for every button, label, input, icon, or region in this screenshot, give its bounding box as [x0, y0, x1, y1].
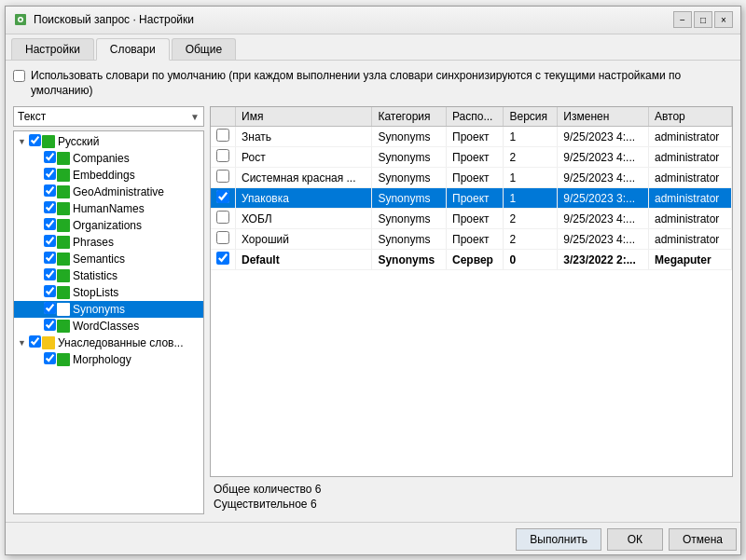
tree-check-inherited[interactable]: [29, 335, 41, 348]
summary-section: Общее количество 6 Существительное 6: [210, 477, 733, 514]
tree-label-phrases: Phrases: [73, 236, 114, 249]
tree-item-wordclasses[interactable]: WordClasses: [14, 318, 203, 335]
table-row[interactable]: ХорошийSynonymsПроект29/25/2023 4:...adm…: [211, 229, 732, 250]
row-category-0: Synonyms: [372, 127, 447, 147]
dictionaries-table-container: ИмяКатегорияРаспо...ВерсияИзмененАвтор З…: [210, 106, 733, 476]
execute-button[interactable]: Выполнить: [516, 528, 601, 551]
row-checkbox-0[interactable]: [216, 129, 229, 142]
col-header-6: Автор: [648, 107, 731, 127]
row-name-6: Default: [236, 250, 372, 270]
row-modified-2: 9/25/2023 4:...: [558, 168, 649, 188]
tree-item-semantics[interactable]: Semantics: [14, 251, 203, 267]
tree-check-statistics[interactable]: [44, 268, 56, 280]
book-icon: [57, 185, 70, 198]
tree-item-stoplists[interactable]: StopLists: [14, 284, 203, 301]
tree-item-statistics[interactable]: Statistics: [14, 267, 203, 284]
tree-item-embeddings[interactable]: Embeddings: [14, 167, 203, 184]
tree-item-companies[interactable]: Companies: [14, 150, 203, 167]
tree-item-humannames[interactable]: HumanNames: [14, 200, 203, 217]
dictionary-tree[interactable]: ▼РусскийCompaniesEmbeddingsGeoAdministra…: [13, 130, 204, 513]
row-checkbox-4[interactable]: [216, 211, 229, 224]
table-row[interactable]: Системная красная ...SynonymsПроект19/25…: [211, 168, 732, 188]
row-category-4: Synonyms: [372, 209, 447, 229]
table-row[interactable]: ЗнатьSynonymsПроект19/25/2023 4:...admin…: [211, 127, 732, 147]
tree-check-organizations[interactable]: [44, 218, 56, 230]
svg-point-2: [20, 19, 22, 21]
tree-check-wordclasses[interactable]: [44, 319, 56, 331]
tree-check-companies[interactable]: [44, 151, 56, 163]
noun-label: Существительное: [214, 498, 308, 511]
tree-label-geoadmin: GeoAdministrative: [73, 185, 164, 198]
content-area: Использовать словари по умолчанию (при к…: [6, 61, 740, 522]
tree-label-statistics: Statistics: [73, 269, 117, 282]
row-check-cell-5: [211, 229, 236, 250]
tree-item-phrases[interactable]: Phrases: [14, 234, 203, 251]
tree-item-organizations[interactable]: Organizations: [14, 217, 203, 234]
tree-label-companies: Companies: [73, 152, 130, 165]
ok-button[interactable]: ОК: [607, 528, 663, 551]
tab-dictionaries[interactable]: Словари: [96, 38, 170, 61]
tree-check-geoadmin[interactable]: [44, 184, 56, 197]
tree-item-morphology[interactable]: Morphology: [14, 351, 203, 368]
dictionaries-table: ИмяКатегорияРаспо...ВерсияИзмененАвтор З…: [211, 107, 732, 270]
tree-item-inherited[interactable]: ▼Унаследованные слов...: [14, 335, 203, 351]
row-checkbox-2[interactable]: [216, 170, 229, 183]
row-author-2: administrator: [648, 168, 731, 188]
tree-check-humannames[interactable]: [44, 201, 56, 213]
col-header-1: Имя: [236, 107, 372, 127]
book-icon: [57, 286, 70, 299]
col-header-4: Версия: [504, 107, 558, 127]
row-version-6: 0: [504, 250, 558, 270]
row-checkbox-6[interactable]: [216, 252, 229, 265]
table-row[interactable]: ХОБЛSynonymsПроект29/25/2023 4:...admini…: [211, 209, 732, 229]
row-name-1: Рост: [236, 147, 372, 168]
table-row[interactable]: РостSynonymsПроект29/25/2023 4:...admini…: [211, 147, 732, 168]
tree-check-embeddings[interactable]: [44, 168, 56, 180]
tree-check-semantics[interactable]: [44, 252, 56, 264]
footer: Выполнить ОК Отмена: [6, 522, 740, 554]
tree-item-synonyms[interactable]: Synonyms: [14, 301, 203, 318]
table-row[interactable]: DefaultSynonymsСервер03/23/2022 2:...Meg…: [211, 250, 732, 270]
tree-check-phrases[interactable]: [44, 235, 56, 247]
right-panel: ИмяКатегорияРаспо...ВерсияИзмененАвтор З…: [210, 106, 733, 513]
row-check-cell-4: [211, 209, 236, 229]
tab-settings[interactable]: Настройки: [11, 38, 94, 60]
row-author-1: administrator: [648, 147, 731, 168]
row-category-5: Synonyms: [372, 229, 447, 250]
cancel-button[interactable]: Отмена: [669, 528, 737, 551]
default-dicts-checkbox[interactable]: [13, 70, 25, 82]
row-name-5: Хороший: [236, 229, 372, 250]
tree-item-russian[interactable]: ▼Русский: [14, 133, 203, 150]
tree-check-synonyms[interactable]: [44, 302, 56, 314]
tree-check-russian[interactable]: [29, 134, 41, 146]
col-header-2: Категория: [372, 107, 447, 127]
row-version-5: 2: [504, 229, 558, 250]
tree-label-humannames: HumanNames: [73, 202, 145, 215]
tree-item-geoadmin[interactable]: GeoAdministrative: [14, 184, 203, 200]
row-name-3: Упаковка: [236, 188, 372, 209]
minimize-button[interactable]: −: [673, 11, 692, 28]
row-version-2: 1: [504, 168, 558, 188]
col-header-5: Изменен: [558, 107, 649, 127]
tree-label-russian: Русский: [58, 135, 100, 148]
row-category-3: Synonyms: [372, 188, 447, 209]
tab-general[interactable]: Общие: [172, 38, 236, 60]
maximize-button[interactable]: □: [694, 11, 712, 28]
book-icon: [57, 236, 70, 249]
table-row[interactable]: УпаковкаSynonymsПроект19/25/2023 3:...ad…: [211, 188, 732, 209]
folder-icon: [42, 336, 55, 349]
tree-check-morphology[interactable]: [44, 352, 56, 364]
row-checkbox-1[interactable]: [216, 149, 229, 162]
row-check-cell-2: [211, 168, 236, 188]
row-modified-1: 9/25/2023 4:...: [558, 147, 649, 168]
row-checkbox-3[interactable]: [216, 190, 229, 203]
row-modified-4: 9/25/2023 4:...: [558, 209, 649, 229]
text-type-dropdown[interactable]: Текст ▼: [13, 106, 204, 127]
book-icon: [57, 320, 70, 333]
tree-label-stoplists: StopLists: [73, 286, 118, 299]
tree-check-stoplists[interactable]: [44, 285, 56, 297]
tree-label-wordclasses: WordClasses: [73, 320, 139, 333]
close-button[interactable]: ×: [714, 11, 733, 28]
row-checkbox-5[interactable]: [216, 231, 229, 244]
row-version-4: 2: [504, 209, 558, 229]
